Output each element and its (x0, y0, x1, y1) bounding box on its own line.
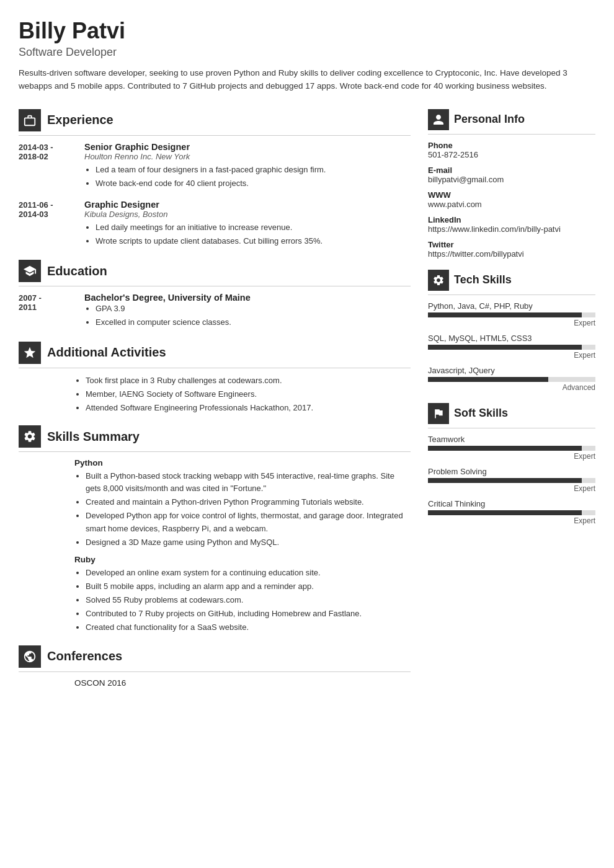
list-item: Attended Software Engineering Profession… (86, 402, 411, 414)
conferences-title: Conferences (47, 649, 122, 663)
conferences-icon (19, 645, 41, 668)
personal-info-header: Personal Info (428, 109, 595, 130)
education-title: Education (47, 264, 107, 278)
entry-list-2: Led daily meetings for an initiative to … (84, 221, 411, 247)
list-item: Wrote scripts to update client databases… (96, 235, 411, 247)
tech-skill-3: Javascript, JQuery Advanced (428, 366, 595, 392)
entry-content-1: Senior Graphic Designer Houlton Renno In… (84, 142, 411, 191)
soft-skill-2: Problem Solving Expert (428, 467, 595, 493)
edu-list-1: GPA 3.9 Excelled in computer science cla… (84, 303, 411, 329)
star-icon (23, 346, 37, 360)
education-section: Education 2007 - 2011 Bachelor's Degree,… (19, 260, 411, 330)
education-entry-1: 2007 - 2011 Bachelor's Degree, Universit… (19, 293, 411, 330)
info-linkedin: LinkedIn https://www.linkedin.com/in/bil… (428, 215, 595, 234)
edu-content-1: Bachelor's Degree, University of Maine G… (84, 293, 411, 330)
email-value: billypatvi@gmail.com (428, 175, 595, 184)
skill-group-ruby-title: Ruby (74, 555, 411, 564)
www-value: www.patvi.com (428, 200, 595, 209)
list-item: Contributed to 7 Ruby projects on GitHub… (86, 608, 411, 620)
personal-info-icon (428, 109, 449, 130)
soft-skill-1-fill (428, 446, 582, 451)
tech-skill-2-fill (428, 345, 582, 350)
skills-ruby-group: Ruby Developed an online exam system for… (19, 555, 411, 634)
entry-list-1: Led a team of four designers in a fast-p… (84, 164, 411, 190)
ruby-list: Developed an online exam system for a co… (74, 567, 411, 634)
tech-skill-2: SQL, MySQL, HTML5, CSS3 Expert (428, 334, 595, 360)
info-twitter: Twitter https://twitter.com/billypatvi (428, 240, 595, 259)
skills-divider (19, 451, 411, 452)
candidate-name: Billy Patvi (19, 19, 595, 43)
tech-skill-2-label: SQL, MySQL, HTML5, CSS3 (428, 334, 595, 343)
education-header: Education (19, 260, 411, 282)
soft-skill-3-level: Expert (428, 516, 595, 525)
phone-label: Phone (428, 141, 595, 150)
soft-skills-icon (428, 403, 449, 424)
entry-subtitle-2: Kibula Designs, Boston (84, 210, 411, 219)
briefcase-icon (23, 113, 37, 127)
python-list: Built a Python-based stock tracking weba… (74, 470, 411, 549)
tech-skill-1: Python, Java, C#, PHP, Ruby Expert (428, 301, 595, 327)
activities-list: Took first place in 3 Ruby challenges at… (74, 374, 411, 414)
entry-dates-2: 2011-06 - 2014-03 (19, 200, 74, 249)
activities-header: Additional Activities (19, 342, 411, 364)
list-item: Led a team of four designers in a fast-p… (96, 164, 411, 176)
entry-subtitle-1: Houlton Renno Inc. New York (84, 152, 411, 161)
soft-skills-title: Soft Skills (454, 407, 508, 420)
activities-divider (19, 368, 411, 368)
list-item: Solved 55 Ruby problems at codewars.com. (86, 594, 411, 606)
info-email: E-mail billypatvi@gmail.com (428, 166, 595, 184)
experience-section: Experience 2014-03 - 2018-02 Senior Grap… (19, 109, 411, 249)
globe-icon (23, 650, 37, 663)
list-item: Developed Python app for voice control o… (86, 510, 411, 534)
conferences-header: Conferences (19, 645, 411, 668)
tech-skill-1-level: Expert (428, 319, 595, 327)
tech-skill-1-fill (428, 312, 582, 317)
tech-skill-3-track (428, 377, 595, 382)
activities-icon (19, 342, 41, 364)
conferences-divider (19, 671, 411, 672)
skills-title: Skills Summary (47, 430, 140, 444)
info-www: WWW www.patvi.com (428, 190, 595, 209)
resume-header: Billy Patvi Software Developer Results-d… (19, 19, 595, 93)
soft-skill-1-level: Expert (428, 452, 595, 461)
experience-entry-2: 2011-06 - 2014-03 Graphic Designer Kibul… (19, 200, 411, 249)
list-item: Excelled in computer science classes. (96, 316, 411, 329)
twitter-label: Twitter (428, 240, 595, 249)
list-item: Designed a 3D Maze game using Python and… (86, 536, 411, 549)
tech-skills-icon (428, 270, 449, 291)
www-label: WWW (428, 190, 595, 200)
linkedin-value: https://www.linkedin.com/in/billy-patvi (428, 224, 595, 234)
list-item: Member, IAENG Society of Software Engine… (86, 388, 411, 401)
list-item: Created chat functionality for a SaaS we… (86, 621, 411, 634)
soft-skill-3-label: Critical Thinking (428, 499, 595, 508)
candidate-summary: Results-driven software developer, seeki… (19, 66, 595, 93)
skills-header: Skills Summary (19, 425, 411, 448)
skill-group-python-title: Python (74, 458, 411, 467)
skills-section: Skills Summary Python Built a Python-bas… (19, 425, 411, 634)
experience-divider (19, 135, 411, 136)
experience-icon (19, 109, 41, 131)
tech-skills-header: Tech Skills (428, 270, 595, 291)
list-item: Developed an online exam system for a co… (86, 567, 411, 579)
tech-skill-3-fill (428, 377, 548, 382)
experience-entry-1: 2014-03 - 2018-02 Senior Graphic Designe… (19, 142, 411, 191)
settings-icon (432, 274, 445, 286)
conferences-section: Conferences OSCON 2016 (19, 645, 411, 688)
soft-skill-3: Critical Thinking Expert (428, 499, 595, 525)
soft-skill-2-fill (428, 478, 582, 483)
linkedin-label: LinkedIn (428, 215, 595, 224)
soft-skill-1-track (428, 446, 595, 451)
activities-title: Additional Activities (47, 345, 166, 360)
soft-skills-header: Soft Skills (428, 403, 595, 424)
skills-gear-icon (23, 430, 37, 443)
list-item: Created and maintain a Python-driven Pyt… (86, 496, 411, 508)
tech-skills-title: Tech Skills (454, 273, 512, 286)
soft-skill-3-fill (428, 510, 582, 515)
tech-skills-divider (428, 294, 595, 295)
conference-item-1: OSCON 2016 (19, 678, 411, 688)
list-item: Wrote back-end code for 40 client projec… (96, 177, 411, 190)
two-col-layout: Experience 2014-03 - 2018-02 Senior Grap… (19, 109, 595, 699)
tech-skill-2-level: Expert (428, 351, 595, 360)
activities-section: Additional Activities Took first place i… (19, 342, 411, 414)
soft-skill-2-level: Expert (428, 484, 595, 493)
